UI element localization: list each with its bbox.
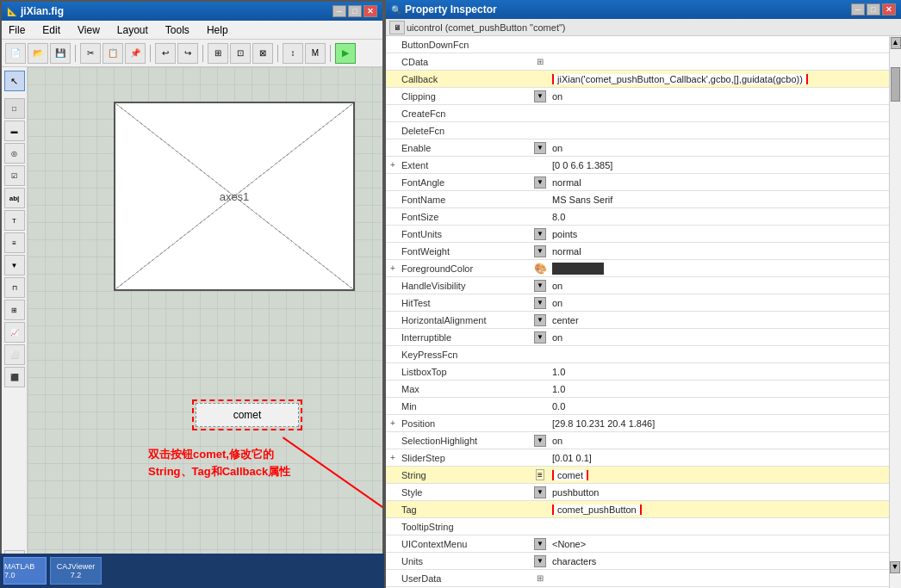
resize-btn[interactable]: ⊠ — [252, 43, 273, 64]
prop-row-createfcn[interactable]: CreateFcn — [386, 105, 889, 122]
prop-ctrl-29[interactable]: ▼ — [531, 538, 549, 550]
canvas-area[interactable]: axes1 comet 双击按钮comet,修改它的 String、Tag和Ca… — [28, 67, 382, 574]
color-icon[interactable]: 🎨 — [534, 263, 547, 275]
panel-tool[interactable]: ⬜ — [4, 344, 25, 365]
prop-row-style[interactable]: Style▼pushbutton — [386, 484, 889, 501]
prop-row-handlevisibility[interactable]: HandleVisibility▼on — [386, 277, 889, 294]
prop-row-hittest[interactable]: HitTest▼on — [386, 294, 889, 312]
prop-ctrl-6[interactable]: ▼ — [531, 142, 549, 154]
dropdown-arrow[interactable]: ▼ — [534, 486, 546, 498]
popup-tool[interactable]: ▼ — [4, 255, 25, 275]
expand-icon-22[interactable]: + — [386, 418, 398, 428]
menu-layout[interactable]: Layout — [114, 22, 152, 38]
dropdown-arrow[interactable]: ▼ — [534, 228, 546, 240]
prop-ctrl-16[interactable]: ▼ — [531, 314, 549, 326]
dropdown-arrow[interactable]: ▼ — [534, 142, 546, 154]
prop-row-listboxtop[interactable]: ListboxTop1.0 — [386, 363, 889, 381]
prop-row-cdata[interactable]: CData⊞ — [386, 53, 889, 71]
prop-ctrl-26[interactable]: ▼ — [531, 486, 549, 498]
cajviewer-btn[interactable]: CAJViewer 7.2 — [50, 557, 102, 585]
prop-row-uicontextmenu[interactable]: UIContextMenu▼<None> — [386, 535, 889, 553]
prop-row-fontangle[interactable]: FontAngle▼normal — [386, 174, 889, 191]
close-btn[interactable]: ✕ — [364, 5, 377, 17]
pushbutton-tool[interactable]: □ — [4, 98, 25, 119]
prop-maximize-btn[interactable]: □ — [867, 3, 880, 15]
text-icon[interactable]: ≡ — [536, 469, 544, 480]
scrollbar-thumb[interactable] — [891, 67, 900, 102]
axes-tool[interactable]: 📈 — [4, 322, 25, 343]
expand-icon-7[interactable]: + — [386, 160, 398, 170]
radiobutton-tool[interactable]: ◎ — [4, 143, 25, 164]
checkbox-tool[interactable]: ☑ — [4, 165, 25, 186]
prop-row-tooltipstring[interactable]: TooltipString — [386, 518, 889, 535]
prop-ctrl-1[interactable]: ⊞ — [531, 57, 549, 66]
prop-ctrl-30[interactable]: ▼ — [531, 555, 549, 567]
prop-row-tag[interactable]: Tagcomet_pushButton — [386, 501, 889, 518]
menu-edit[interactable]: Edit — [39, 22, 64, 38]
run-btn[interactable]: ▶ — [335, 43, 356, 64]
prop-row-fontunits[interactable]: FontUnits▼points — [386, 226, 889, 243]
prop-row-buttondownfcn[interactable]: ButtonDownFcn — [386, 36, 889, 53]
tab-order-btn[interactable]: ↕ — [283, 43, 303, 64]
prop-row-keypressfcn[interactable]: KeyPressFcn — [386, 346, 889, 363]
menu-view[interactable]: View — [74, 22, 103, 38]
scrollbar[interactable]: ▲ ▼ — [889, 36, 901, 588]
redo-btn[interactable]: ↪ — [177, 43, 198, 64]
prop-ctrl-15[interactable]: ▼ — [531, 297, 549, 309]
paste-btn[interactable]: 📌 — [125, 43, 146, 64]
prop-ctrl-3[interactable]: ▼ — [531, 90, 549, 102]
slider-tool[interactable]: ▬ — [4, 121, 25, 141]
prop-ctrl-14[interactable]: ▼ — [531, 280, 549, 292]
listbox-tool[interactable]: ≡ — [4, 232, 25, 253]
align-btn[interactable]: ⊞ — [208, 43, 228, 64]
prop-row-fontsize[interactable]: FontSize8.0 — [386, 208, 889, 226]
prop-ctrl-12[interactable]: ▼ — [531, 245, 549, 257]
new-btn[interactable]: 📄 — [5, 43, 26, 64]
toggle-tool[interactable]: ⊓ — [4, 277, 25, 298]
prop-close-btn[interactable]: ✕ — [882, 3, 896, 15]
undo-btn[interactable]: ↩ — [155, 43, 176, 64]
dist-btn[interactable]: ⊡ — [230, 43, 251, 64]
save-btn[interactable]: 💾 — [50, 43, 71, 64]
dropdown-arrow[interactable]: ▼ — [534, 555, 546, 567]
prop-row-enable[interactable]: Enable▼on — [386, 139, 889, 157]
select-tool[interactable]: ↖ — [4, 71, 25, 91]
open-btn[interactable]: 📂 — [28, 43, 48, 64]
menu-file[interactable]: File — [5, 22, 28, 38]
prop-ctrl-25[interactable]: ≡ — [531, 469, 549, 480]
prop-ctrl-11[interactable]: ▼ — [531, 228, 549, 240]
prop-row-interruptible[interactable]: Interruptible▼on — [386, 329, 889, 346]
dropdown-arrow[interactable]: ▼ — [534, 280, 546, 292]
grid-icon[interactable]: ⊞ — [537, 57, 544, 66]
prop-row-extent[interactable]: +Extent[0 0 6.6 1.385] — [386, 157, 889, 174]
matlab-btn[interactable]: MATLAB 7.0 — [3, 557, 47, 585]
prop-row-sliderstep[interactable]: +SliderStep[0.01 0.1] — [386, 449, 889, 467]
dropdown-arrow[interactable]: ▼ — [534, 538, 546, 550]
dropdown-arrow[interactable]: ▼ — [534, 176, 546, 189]
prop-minimize-btn[interactable]: ─ — [851, 3, 865, 15]
grid-icon[interactable]: ⊞ — [537, 573, 544, 583]
prop-ctrl-17[interactable]: ▼ — [531, 331, 549, 344]
copy-btn[interactable]: 📋 — [103, 43, 123, 64]
dropdown-arrow[interactable]: ▼ — [534, 314, 546, 326]
group-tool[interactable]: ⬛ — [4, 367, 25, 387]
prop-row-fontweight[interactable]: FontWeight▼normal — [386, 243, 889, 260]
static-tool[interactable]: T — [4, 210, 25, 231]
maximize-btn[interactable]: □ — [348, 5, 362, 17]
prop-ctrl-13[interactable]: 🎨 — [531, 263, 549, 275]
prop-row-deletefcn[interactable]: DeleteFcn — [386, 122, 889, 139]
dropdown-arrow[interactable]: ▼ — [534, 90, 546, 102]
prop-row-userdata[interactable]: UserData⊞ — [386, 570, 889, 587]
prop-row-fontname[interactable]: FontNameMS Sans Serif — [386, 191, 889, 208]
prop-row-string[interactable]: String≡comet — [386, 467, 889, 484]
prop-ctrl-8[interactable]: ▼ — [531, 176, 549, 189]
prop-row-clipping[interactable]: Clipping▼on — [386, 88, 889, 105]
dropdown-arrow[interactable]: ▼ — [534, 297, 546, 309]
dropdown-arrow[interactable]: ▼ — [534, 331, 546, 344]
prop-ctrl-23[interactable]: ▼ — [531, 435, 549, 447]
expand-icon-24[interactable]: + — [386, 453, 398, 462]
minimize-btn[interactable]: ─ — [332, 5, 346, 17]
menu-help[interactable]: Help — [203, 22, 232, 38]
prop-row-max[interactable]: Max1.0 — [386, 381, 889, 398]
edit-tool[interactable]: ab| — [4, 188, 25, 208]
